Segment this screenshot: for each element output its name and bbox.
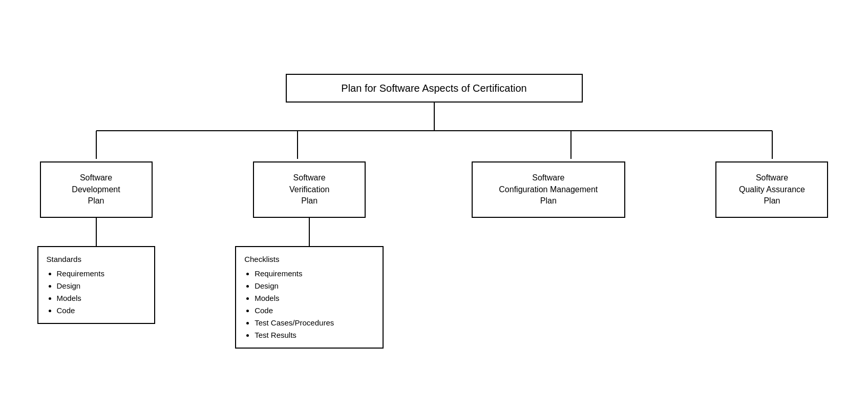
checklists-item-requirements: Requirements (255, 268, 374, 280)
standards-item-requirements: Requirements (57, 268, 146, 280)
svp-label: SoftwareVerificationPlan (289, 172, 329, 207)
checklists-item-code: Code (255, 304, 374, 317)
level1-col-sqap: SoftwareQuality AssurancePlan (700, 161, 843, 349)
sqap-box: SoftwareQuality AssurancePlan (715, 161, 828, 218)
checklists-item-testcases: Test Cases/Procedures (255, 317, 374, 329)
sdp-vertical (96, 218, 97, 246)
sdp-label: SoftwareDevelopmentPlan (72, 172, 120, 207)
level1-row: SoftwareDevelopmentPlan Standards Requir… (25, 161, 844, 349)
checklists-title: Checklists (244, 253, 374, 266)
checklists-list: Requirements Design Models Code Test Cas… (244, 268, 374, 341)
root-box: Plan for Software Aspects of Certificati… (286, 74, 583, 103)
level1-col-sdp: SoftwareDevelopmentPlan Standards Requir… (25, 161, 168, 349)
checklists-item-models: Models (255, 292, 374, 304)
level1-col-scmp: SoftwareConfiguration ManagementPlan (451, 161, 646, 349)
sqap-label: SoftwareQuality AssurancePlan (739, 172, 805, 207)
diagram-container: Plan for Software Aspects of Certificati… (25, 58, 844, 349)
svp-vertical (309, 218, 310, 246)
scmp-label: SoftwareConfiguration ManagementPlan (499, 172, 598, 207)
root-vertical-line (434, 103, 435, 131)
root-label: Plan for Software Aspects of Certificati… (341, 83, 526, 94)
level1-connectors (25, 131, 844, 161)
svp-box: SoftwareVerificationPlan (253, 161, 366, 218)
standards-item-design: Design (57, 280, 146, 292)
level1-col-svp: SoftwareVerificationPlan Checklists Requ… (222, 161, 396, 349)
standards-title: Standards (47, 253, 146, 266)
standards-box: Standards Requirements Design Models Cod… (37, 246, 155, 324)
scmp-box: SoftwareConfiguration ManagementPlan (472, 161, 625, 218)
sdp-box: SoftwareDevelopmentPlan (40, 161, 153, 218)
standards-item-code: Code (57, 304, 146, 317)
standards-item-models: Models (57, 292, 146, 304)
checklists-box: Checklists Requirements Design Models Co… (235, 246, 384, 349)
checklists-item-testresults: Test Results (255, 329, 374, 341)
checklists-item-design: Design (255, 280, 374, 292)
standards-list: Requirements Design Models Code (47, 268, 146, 317)
